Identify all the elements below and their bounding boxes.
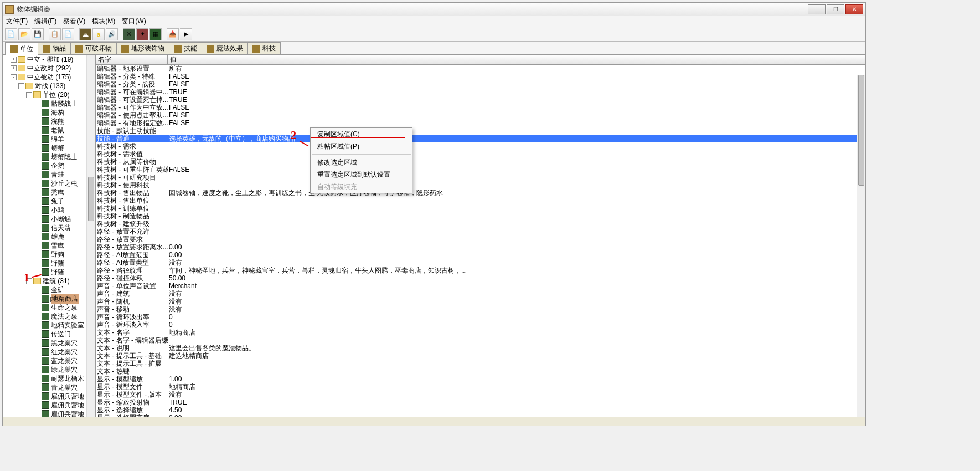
tool-new-icon[interactable]: 📄 <box>5 28 17 40</box>
property-row[interactable]: 路径 - 碰撞体积50.00 <box>96 274 865 282</box>
tree-node[interactable]: 兔子 <box>3 197 95 206</box>
tree-expander-icon[interactable]: - <box>26 92 32 98</box>
tab-5[interactable]: 魔法效果 <box>202 42 248 54</box>
property-row[interactable]: 路径 - 放置要求距离水...0.00 <box>96 243 865 251</box>
tree-node[interactable]: 秃鹰 <box>3 188 95 197</box>
tree-node[interactable]: 雇佣兵营地 <box>3 392 95 401</box>
menu-file[interactable]: 文件(F) <box>6 17 28 26</box>
tree-node[interactable]: 金矿 <box>3 285 95 294</box>
property-row[interactable]: 编辑器 - 有地形指定数...FALSE <box>96 119 865 127</box>
tab-6[interactable]: 科技 <box>247 42 281 54</box>
tool-sound-icon[interactable]: 🔊 <box>106 28 118 40</box>
tool-open-icon[interactable]: 📂 <box>18 28 30 40</box>
tree-node[interactable]: 小鸡 <box>3 206 95 214</box>
property-row[interactable]: 文本 - 提示工具 - 扩展 <box>96 360 865 367</box>
property-row[interactable]: 科技树 - 可重生阵亡英雄FALSE <box>96 166 865 173</box>
property-row[interactable]: 编辑器 - 使用点击帮助...FALSE <box>96 111 865 119</box>
tree-node[interactable]: +中立 - 哪加 (19) <box>3 55 95 64</box>
context-menu-item[interactable]: 修改选定区域 <box>311 156 412 168</box>
property-row[interactable]: 科技树 - 需求 <box>96 142 865 150</box>
menu-view[interactable]: 察看(V) <box>63 17 85 26</box>
tree-node[interactable]: 生命之泉 <box>3 303 95 312</box>
property-row[interactable]: 科技树 - 制造物品 <box>96 212 865 220</box>
tree-node[interactable]: 蓝龙巢穴 <box>3 356 95 365</box>
tree-expander-icon[interactable]: + <box>11 65 17 71</box>
tree-node[interactable]: 雄鹿 <box>3 232 95 241</box>
tree-node[interactable]: 魔法之泉 <box>3 312 95 321</box>
tree-node[interactable]: 野猪 <box>3 268 95 277</box>
tab-4[interactable]: 技能 <box>169 42 202 54</box>
tree-node[interactable]: 青蛙 <box>3 170 95 179</box>
tool-paste-icon[interactable]: 📄 <box>62 28 74 40</box>
tab-3[interactable]: 地形装饰物 <box>116 42 169 54</box>
tab-2[interactable]: 可破坏物 <box>70 42 117 54</box>
tree-scrollbar[interactable] <box>86 55 95 417</box>
tree-node[interactable]: -对战 (133) <box>3 81 95 90</box>
property-row[interactable]: 科技树 - 建筑升级 <box>96 220 865 228</box>
tool-terrain-icon[interactable]: ⛰ <box>79 28 91 40</box>
context-menu-item[interactable]: 复制区域值(C) <box>311 128 412 140</box>
property-row[interactable]: 路径 - 放置不允许 <box>96 228 865 235</box>
tree-node[interactable]: 野猪 <box>3 259 95 268</box>
property-row[interactable]: 科技树 - 售出物品回城卷轴，速度之靴，尘土之影，再训练之书，生 无敌药水，医疗… <box>96 189 865 197</box>
property-row[interactable]: 文本 - 提示工具 - 基础建造地精商店 <box>96 352 865 360</box>
tool-save-icon[interactable]: 💾 <box>32 28 44 40</box>
property-row[interactable]: 编辑器 - 可设置死亡掉...TRUE <box>96 96 865 104</box>
property-row[interactable]: 显示 - 选择缩放4.50 <box>96 406 865 414</box>
tree-node[interactable]: 黑龙巢穴 <box>3 339 95 347</box>
tree-node[interactable]: -建筑 (31) <box>3 277 95 285</box>
tree-node[interactable]: 野狗 <box>3 250 95 259</box>
tool-upgrade-icon[interactable]: ▦ <box>149 28 162 40</box>
property-row[interactable]: 科技树 - 售出单位 <box>96 197 865 204</box>
tree-node[interactable]: 传送门 <box>3 330 95 339</box>
property-row[interactable]: 显示 - 模型文件 - 版本没有 <box>96 391 865 398</box>
minimize-button[interactable]: − <box>808 4 826 14</box>
property-row[interactable]: 文本 - 热键 <box>96 367 865 375</box>
tool-test-icon[interactable]: ▶ <box>180 28 192 40</box>
tree-node[interactable]: 雇佣兵营地 <box>3 401 95 409</box>
tree-expander-icon[interactable]: - <box>18 83 24 89</box>
property-row[interactable]: 显示 - 缩放投射物TRUE <box>96 398 865 406</box>
tree-node[interactable]: 老鼠 <box>3 126 95 135</box>
tool-ability-icon[interactable]: ✦ <box>136 28 148 40</box>
menu-edit[interactable]: 编辑(E) <box>34 17 56 26</box>
property-row[interactable]: 科技树 - 从属等价物 <box>96 158 865 166</box>
tree-expander-icon[interactable]: + <box>11 57 17 63</box>
property-row[interactable]: 技能 - 普通选择英雄，无敌的（中立），商店购买物品 <box>96 135 865 142</box>
tree-node[interactable]: 地精商店 <box>3 294 95 303</box>
titlebar[interactable]: 物体编辑器 − ☐ ✕ <box>3 3 865 16</box>
property-row[interactable]: 编辑器 - 可作为中立敌...FALSE <box>96 104 865 111</box>
tool-object-icon[interactable]: ⚔ <box>123 28 135 40</box>
tree-node[interactable]: 雪鹰 <box>3 241 95 250</box>
property-list[interactable]: 编辑器 - 地形设置所有编辑器 - 分类 - 特殊FALSE编辑器 - 分类 -… <box>96 65 865 417</box>
property-row[interactable]: 科技树 - 可研究项目 <box>96 173 865 181</box>
tree-node[interactable]: 海豹 <box>3 108 95 117</box>
tree-node[interactable]: 地精实验室 <box>3 321 95 330</box>
context-menu-item[interactable]: 重置选定区域到默认设置 <box>311 168 412 181</box>
context-menu-item[interactable]: 粘帖区域值(P) <box>311 140 412 152</box>
tab-1[interactable]: 物品 <box>38 42 71 54</box>
prop-scrollbar[interactable] <box>857 75 865 417</box>
tree-scroll-thumb[interactable] <box>88 177 94 221</box>
tree-node[interactable]: 小蜥蜴 <box>3 214 95 223</box>
tree-node[interactable]: +中立敌对 (292) <box>3 64 95 73</box>
tree-node[interactable]: 信天翁 <box>3 223 95 232</box>
tree-node[interactable]: 绵羊 <box>3 135 95 144</box>
tree-node[interactable]: -中立被动 (175) <box>3 73 95 81</box>
tree-node[interactable]: 螃蟹隐士 <box>3 152 95 161</box>
tool-import-icon[interactable]: 📥 <box>167 28 179 40</box>
property-row[interactable]: 编辑器 - 分类 - 战役FALSE <box>96 80 865 88</box>
object-tree[interactable]: +中立 - 哪加 (19)+中立敌对 (292)-中立被动 (175)-对战 (… <box>3 55 96 417</box>
tree-node[interactable]: 浣熊 <box>3 117 95 126</box>
prop-scroll-thumb[interactable] <box>858 75 864 186</box>
tree-node[interactable]: 企鹅 <box>3 161 95 170</box>
property-row[interactable]: 编辑器 - 分类 - 特殊FALSE <box>96 73 865 80</box>
property-row[interactable]: 声音 - 移动没有 <box>96 305 865 313</box>
property-row[interactable]: 路径 - 放置要求 <box>96 235 865 243</box>
property-row[interactable]: 文本 - 名字地精商店 <box>96 329 865 336</box>
property-row[interactable]: 编辑器 - 地形设置所有 <box>96 65 865 73</box>
tool-copy-icon[interactable]: 📋 <box>49 28 61 40</box>
tree-node[interactable]: 骷髅战士 <box>3 99 95 108</box>
tree-node[interactable]: 青龙巢穴 <box>3 383 95 392</box>
property-row[interactable]: 科技树 - 需求值 <box>96 150 865 158</box>
